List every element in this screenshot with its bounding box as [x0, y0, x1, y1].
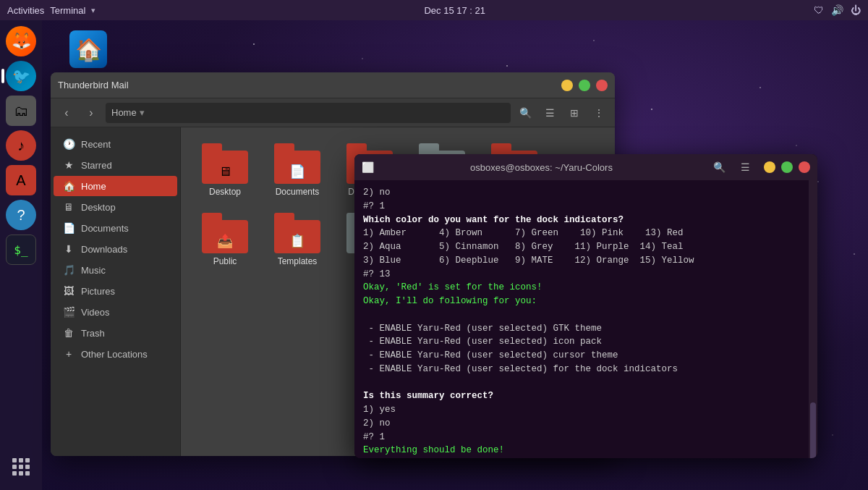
file-item-templates[interactable]: 📋 Templates: [265, 208, 330, 271]
sidebar-item-home[interactable]: 🏠 Home: [54, 176, 177, 196]
terminal-line: #? 13: [363, 268, 809, 282]
terminal-line: - ENABLE Yaru-Red (user selected) GTK th…: [363, 322, 809, 336]
terminal-menu-button[interactable]: ☰: [735, 157, 755, 177]
terminal-close-button[interactable]: ✕: [799, 161, 810, 173]
address-text: Home: [111, 107, 137, 118]
terminal-chevron[interactable]: ▾: [91, 6, 95, 15]
recent-icon: 🕐: [62, 138, 75, 150]
terminal-titlebar: ⬜ osboxes@osboxes: ~/Yaru-Colors 🔍 ☰ — □…: [354, 154, 817, 180]
dock-thunderbird[interactable]: 🐦: [6, 61, 36, 91]
pictures-icon: 🖼: [62, 285, 75, 297]
starred-icon: ★: [62, 159, 75, 171]
firefox-icon: 🦊: [12, 32, 31, 51]
search-button[interactable]: 🔍: [515, 103, 535, 123]
grid-dot: [12, 471, 17, 476]
terminal-maximize-button[interactable]: □: [781, 161, 793, 173]
sidebar-pictures-label: Pictures: [81, 286, 115, 297]
sidebar-documents-label: Documents: [81, 223, 129, 234]
sidebar-trash-label: Trash: [81, 328, 105, 339]
sidebar-item-trash[interactable]: 🗑 Trash: [54, 323, 177, 343]
files-icon: 🗂: [14, 103, 28, 119]
terminal-line: - ENABLE Yaru-Red (user selected) cursor…: [363, 349, 809, 363]
dock-appstore[interactable]: A: [6, 165, 36, 195]
sidebar-videos-label: Videos: [81, 307, 110, 318]
terminal-line: 1) yes: [363, 403, 809, 417]
file-label: Templates: [278, 256, 318, 266]
terminal-minimize-button[interactable]: —: [764, 161, 775, 173]
terminal-tab-icon: ⬜: [362, 161, 374, 173]
window-maximize-button[interactable]: □: [579, 80, 590, 91]
sidebar-item-other-locations[interactable]: + Other Locations: [54, 344, 177, 364]
nav-back-button[interactable]: ‹: [56, 103, 77, 123]
sort-button[interactable]: ⊞: [564, 103, 584, 123]
osboxes-folder-icon: 🏠: [75, 37, 102, 62]
window-close-button[interactable]: ✕: [596, 80, 608, 91]
grid-dot: [25, 465, 30, 469]
music-sidebar-icon: 🎵: [62, 264, 75, 276]
nav-forward-button[interactable]: ›: [81, 103, 101, 123]
file-manager-toolbar: ‹ › Home ▾ 🔍 ☰ ⊞ ⋮: [51, 98, 615, 127]
sidebar-recent-label: Recent: [81, 139, 111, 150]
terminal-search-button[interactable]: 🔍: [709, 157, 729, 177]
videos-icon: 🎬: [62, 306, 75, 318]
terminal-window: ⬜ osboxes@osboxes: ~/Yaru-Colors 🔍 ☰ — □…: [354, 154, 817, 458]
view-options-button[interactable]: ☰: [540, 103, 560, 123]
sidebar-home-label: Home: [81, 181, 106, 192]
volume-icon[interactable]: 🔊: [831, 4, 843, 16]
sidebar-item-desktop[interactable]: 🖥 Desktop: [54, 197, 177, 217]
terminal-label[interactable]: Terminal: [50, 5, 85, 16]
dock-help[interactable]: ?: [6, 200, 36, 230]
terminal-line: 2) no: [363, 417, 809, 431]
terminal-line: - ENABLE Yaru-Red (user selected) icon p…: [363, 335, 809, 349]
menu-button[interactable]: ⋮: [589, 103, 609, 123]
terminal-scrollbar-thumb[interactable]: [810, 402, 816, 458]
dock-firefox[interactable]: 🦊: [6, 26, 36, 56]
topbar: Activities Terminal ▾ Dec 15 17 : 21 🛡 🔊…: [0, 0, 868, 20]
file-item-desktop[interactable]: 🖥 Desktop: [192, 139, 258, 201]
terminal-line: Okay, I'll do following for you:: [363, 295, 809, 308]
sidebar-other-label: Other Locations: [81, 349, 148, 360]
dock: 🦊 🐦 🗂 ♪ A ? $_: [0, 20, 42, 490]
terminal-body[interactable]: 2) no #? 1 Which color do you want for t…: [354, 180, 817, 458]
terminal-line: #? 1: [363, 431, 809, 444]
dock-terminal[interactable]: $_: [6, 235, 36, 265]
sidebar-item-starred[interactable]: ★ Starred: [54, 155, 177, 175]
terminal-line: #? 1: [363, 200, 809, 214]
grid-dot: [19, 471, 23, 476]
address-bar[interactable]: Home ▾: [106, 103, 511, 123]
help-icon: ?: [17, 207, 25, 224]
grid-dot: [12, 465, 17, 469]
activities-button[interactable]: Activities: [7, 5, 44, 16]
file-label: Documents: [276, 187, 320, 197]
file-item-documents[interactable]: 📄 Documents: [265, 139, 330, 201]
terminal-line: If something is missing, use gnome-tweak…: [363, 457, 809, 458]
terminal-title: osboxes@osboxes: ~/Yaru-Colors: [380, 162, 703, 173]
sidebar-item-videos[interactable]: 🎬 Videos: [54, 302, 177, 322]
sidebar-item-downloads[interactable]: ⬇ Downloads: [54, 239, 177, 259]
sidebar-starred-label: Starred: [81, 160, 112, 171]
grid-dot: [19, 458, 23, 462]
terminal-line: Everything should be done!: [363, 444, 809, 457]
desktop-icon-sidebar: 🖥: [62, 201, 75, 213]
documents-icon: 📄: [62, 222, 75, 234]
home-icon: 🏠: [62, 180, 75, 192]
dock-music[interactable]: ♪: [6, 130, 36, 161]
sidebar-item-recent[interactable]: 🕐 Recent: [54, 134, 177, 154]
terminal-line: 1) Amber 4) Brown 7) Green 10) Pink 13) …: [363, 227, 809, 240]
sidebar-item-pictures[interactable]: 🖼 Pictures: [54, 281, 177, 301]
power-icon[interactable]: ⏻: [851, 4, 861, 16]
dock-files[interactable]: 🗂: [6, 96, 36, 126]
terminal-line: Which color do you want for the dock ind…: [363, 214, 809, 227]
sidebar-desktop-label: Desktop: [81, 202, 116, 213]
window-minimize-button[interactable]: —: [561, 80, 573, 91]
sidebar-item-music[interactable]: 🎵 Music: [54, 260, 177, 280]
file-manager-sidebar: 🕐 Recent ★ Starred 🏠 Home 🖥 Desktop 📄 Do…: [51, 127, 181, 456]
file-item-public[interactable]: 📤 Public: [192, 208, 258, 271]
file-manager-titlebar: Thunderbird Mail — □ ✕: [51, 72, 615, 98]
file-label: Public: [213, 256, 237, 266]
address-chevron: ▾: [140, 107, 145, 118]
show-applications-button[interactable]: [7, 452, 35, 481]
terminal-line: Okay, 'Red' is set for the icons!: [363, 281, 809, 295]
datetime-display: Dec 15 17 : 21: [424, 5, 485, 16]
sidebar-item-documents[interactable]: 📄 Documents: [54, 218, 177, 238]
